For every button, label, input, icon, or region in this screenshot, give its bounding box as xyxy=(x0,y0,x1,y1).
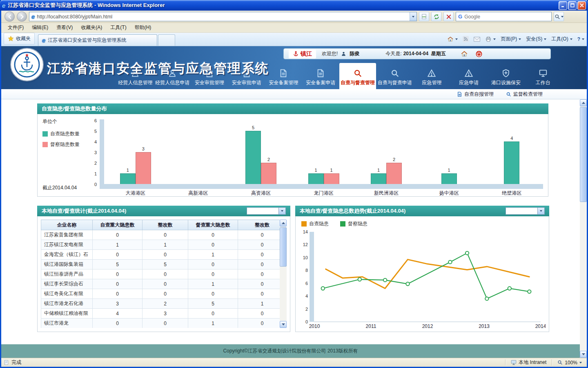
address-dropdown-button[interactable] xyxy=(410,12,416,21)
data-point xyxy=(321,287,325,290)
bar-panel-header: 自查隐患/督查隐患数量分布 xyxy=(37,103,548,114)
table-row[interactable]: 金海宏业（镇江）石0010 xyxy=(41,250,287,260)
portal-home-button[interactable] xyxy=(461,50,468,58)
legend-item: 督察隐患 xyxy=(340,220,368,227)
page-menu-button[interactable]: 页面(P) xyxy=(501,36,521,43)
table-scrollbar[interactable] xyxy=(280,220,287,328)
page-scroll-up-button[interactable] xyxy=(580,99,587,106)
legend-swatch xyxy=(42,142,48,147)
y-tick-label: 4 xyxy=(305,294,308,298)
status-message: 完成 xyxy=(4,359,502,366)
table-row[interactable]: 江苏镇江发电有限1100 xyxy=(41,240,287,250)
table-row[interactable]: 镇江市港龙0010 xyxy=(41,319,287,328)
page-scroll-down-button[interactable] xyxy=(580,351,587,358)
logout-button[interactable] xyxy=(475,50,483,58)
mail-button[interactable] xyxy=(474,36,480,42)
refresh-button[interactable] xyxy=(431,12,441,21)
maximize-button[interactable] xyxy=(568,1,577,10)
bar-value-label: 3 xyxy=(132,146,155,151)
tools-menu-button[interactable]: 工具(O) xyxy=(551,36,572,43)
search-input[interactable] xyxy=(464,14,549,20)
table-row[interactable]: 江苏索普集团有限0000 xyxy=(41,230,287,240)
bar: 1 xyxy=(308,173,324,184)
legend-swatch xyxy=(42,131,48,137)
nav-item-label: 应急管理 xyxy=(422,79,441,86)
unit-label: 单位个 xyxy=(42,118,87,125)
search-box: G xyxy=(456,12,552,21)
company-name-cell: 镇江李长荣综合石 xyxy=(41,279,93,289)
value-cell: 0 xyxy=(93,230,143,240)
zoom-control[interactable]: 100% xyxy=(555,360,584,366)
legend-item: 自查隐患数量 xyxy=(42,130,87,137)
y-tick-label: 8 xyxy=(305,268,308,273)
window-controls xyxy=(559,1,586,10)
nav-item-9[interactable]: 应急申请 xyxy=(450,63,488,89)
nav-item-4[interactable]: 安全备案管理 xyxy=(265,63,302,89)
nav-item-label: 经营人信息申请 xyxy=(155,79,189,86)
magnifier-icon xyxy=(557,360,563,365)
browser-tab[interactable]: e 江苏省港口安全监管与应急管理系统 xyxy=(38,34,157,46)
home-button[interactable] xyxy=(447,36,458,43)
subnav-item-1[interactable]: 监督检查管理 xyxy=(506,91,543,98)
minimize-button[interactable] xyxy=(559,1,567,10)
menu-edit[interactable]: 编辑(E) xyxy=(28,22,52,33)
search-button[interactable] xyxy=(554,12,564,21)
nav-item-6[interactable]: 自查与督查管理 xyxy=(339,63,376,89)
ie-logo-icon: e xyxy=(2,2,5,9)
menu-tools[interactable]: 工具(T) xyxy=(106,22,130,33)
back-button[interactable] xyxy=(4,11,15,22)
page-scrollbar[interactable] xyxy=(580,99,587,358)
table-row[interactable]: 镇江奇美化工有限0000 xyxy=(41,289,287,299)
menu-favorites[interactable]: 收藏夹(A) xyxy=(77,22,106,33)
value-cell: 0 xyxy=(93,289,143,299)
table-row[interactable]: 镇江港国际集装箱5500 xyxy=(41,260,287,269)
address-input[interactable] xyxy=(37,14,408,20)
rss-button[interactable] xyxy=(463,36,469,42)
warning-icon xyxy=(427,69,436,78)
menu-help[interactable]: 帮助(H) xyxy=(131,22,156,33)
nav-item-5[interactable]: 安全备案申请 xyxy=(302,63,339,89)
company-name-cell: 镇江市港龙石化港 xyxy=(41,299,93,309)
bar-chart-area: 0123456 1352111214 大港港区高新港区高资港区龙门港区新民洲港区… xyxy=(87,114,548,196)
new-tab-button[interactable] xyxy=(158,34,175,46)
home-icon xyxy=(447,36,454,43)
table-row[interactable]: 镇江恒泰沥青产品0000 xyxy=(41,269,287,279)
menu-file[interactable]: 文件(F) xyxy=(4,22,28,33)
favorites-button[interactable]: 收藏夹 xyxy=(4,33,35,45)
close-button[interactable] xyxy=(577,1,586,10)
nav-item-7[interactable]: 自查与督查申请 xyxy=(376,63,413,89)
nav-item-label: 应急申请 xyxy=(459,79,479,86)
nav-item-11[interactable]: 工作台 xyxy=(524,63,561,89)
table-row[interactable]: 镇江市港龙石化港3251 xyxy=(41,299,287,309)
safety-menu-button[interactable]: 安全(S) xyxy=(526,36,546,43)
scroll-thumb[interactable] xyxy=(280,227,287,267)
power-icon xyxy=(475,50,483,58)
nav-item-10[interactable]: 港口设施保安 xyxy=(488,63,525,89)
scroll-down-button[interactable] xyxy=(280,321,287,328)
value-cell: 0 xyxy=(143,289,188,299)
title-bar: e 江苏省港口安全监管与应急管理系统 - Windows Internet Ex… xyxy=(0,0,588,11)
x-category-label: 龙门港区 xyxy=(292,190,355,196)
company-name-cell: 镇江奇美化工有限 xyxy=(41,289,93,299)
table-filter-select[interactable] xyxy=(247,207,286,215)
y-tick-label: 14 xyxy=(303,229,308,234)
print-button[interactable] xyxy=(485,36,496,43)
table-row[interactable]: 镇江李长荣综合石0010 xyxy=(41,279,287,289)
content-area: 自查隐患/督查隐患数量分布 单位个 自查隐患数量督察隐患数量 截止2014.04… xyxy=(1,99,587,358)
data-point xyxy=(528,290,531,293)
nav-item-8[interactable]: 应急管理 xyxy=(413,63,450,89)
forward-button[interactable] xyxy=(17,11,27,22)
table-panel-header: 本地自查/督查统计(截止2014.04.04) xyxy=(37,206,290,216)
table-row[interactable]: 中储粮镇江粮油有限4300 xyxy=(41,309,287,319)
data-point xyxy=(466,251,469,255)
subnav-item-0[interactable]: 自查自报管理 xyxy=(457,91,494,98)
bar-panel-title: 自查隐患/督查隐患数量分布 xyxy=(42,105,107,112)
compatibility-view-button[interactable] xyxy=(419,12,429,21)
page-scroll-thumb[interactable] xyxy=(580,107,587,202)
stop-button[interactable] xyxy=(443,12,454,21)
menu-view[interactable]: 查看(V) xyxy=(52,22,77,33)
scroll-up-button[interactable] xyxy=(280,220,287,227)
line-filter-select[interactable] xyxy=(506,207,545,215)
help-button[interactable]: ? xyxy=(577,36,584,42)
shield-icon xyxy=(501,69,510,78)
